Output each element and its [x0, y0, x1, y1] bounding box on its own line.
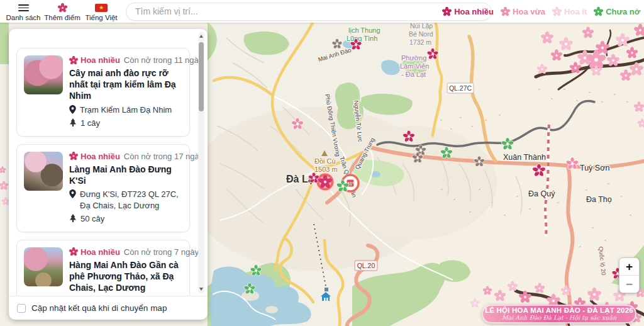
results-list: Hoa nhiều Còn nở trong 11 ngày Cây mai a… — [9, 29, 208, 296]
svg-text:Đồi Cù: Đồi Cù — [314, 157, 336, 165]
zoom-in-button[interactable]: + — [619, 258, 639, 275]
card-tree-count: 50 cây — [69, 213, 182, 225]
bloom-countdown: Còn nở trong 17 ngày — [124, 152, 203, 161]
flower-icon — [58, 4, 67, 13]
flower-icon — [552, 7, 562, 16]
add-point-button[interactable]: Thêm điểm — [43, 2, 82, 21]
svg-text:QL.27C: QL.27C — [449, 84, 472, 92]
search-input[interactable] — [126, 3, 492, 21]
svg-text:Bé Nord: Bé Nord — [409, 30, 433, 38]
legend-label: Chưa nở — [606, 7, 640, 16]
menu-icon — [18, 4, 29, 13]
vietnam-flag-icon: ★ — [95, 4, 108, 13]
card-photo — [24, 247, 63, 286]
festival-banner-subtitle: Mai Anh Đào Đà Lạt - Hội tụ sắc xuân — [502, 315, 616, 321]
legend-hoa-vua[interactable]: Hoa vừa — [501, 7, 545, 16]
card-title: Cây mai anh đào rực rỡ nhất tại trạm kiể… — [69, 67, 182, 102]
road-badge-ql20: QL.20 — [355, 261, 377, 271]
svg-text:Núi Lập: Núi Lập — [410, 22, 433, 30]
bloom-status-badge: Hoa nhiều — [69, 152, 120, 161]
language-button[interactable]: ★ Tiếng Việt — [82, 2, 121, 21]
svg-text:QL.20: QL.20 — [357, 262, 375, 269]
card-location: Trạm Kiểm Lâm Đạ Nhim — [69, 104, 182, 116]
svg-text:Tuỳ Sơn: Tuỳ Sơn — [580, 164, 609, 172]
legend-label: Hoa ít — [564, 7, 587, 16]
nav-group: Danh sách Thêm điểm ★ Tiếng Việt — [0, 2, 121, 21]
bloom-legend: Hoa nhiều Hoa vừa Hoa ít Chưa nở — [442, 0, 640, 23]
card-location: Đưng K'Si, ĐT723 QL 27C, Đạ Chais, Lạc D… — [69, 189, 182, 211]
flower-icon — [69, 152, 78, 160]
legend-label: Hoa vừa — [513, 7, 545, 16]
flower-icon — [69, 56, 78, 65]
svg-text:Phường: Phường — [401, 54, 426, 62]
legend-chua-no[interactable]: Chưa nở — [594, 7, 640, 16]
scrollbar-thumb[interactable] — [199, 42, 204, 111]
cable-car-station — [325, 288, 328, 291]
svg-text:1732 m: 1732 m — [409, 38, 431, 46]
star-icon: ★ — [99, 5, 104, 11]
list-item[interactable]: Hoa nhiều Còn nở trong 11 ngày Cây mai a… — [16, 48, 190, 137]
bloom-status-badge: Hoa nhiều — [69, 247, 120, 257]
list-item[interactable]: Hoa nhiều Còn nở trong 7 ngày Hàng Mai A… — [16, 240, 190, 296]
legend-hoa-nhieu[interactable]: Hoa nhiều — [442, 7, 494, 16]
scrollbar[interactable] — [198, 32, 204, 293]
scroll-down-icon[interactable] — [199, 288, 203, 291]
svg-text:lịch Thung: lịch Thung — [348, 26, 380, 34]
bloom-countdown: Còn nở trong 11 ngày — [124, 55, 203, 65]
legend-hoa-it[interactable]: Hoa ít — [552, 7, 587, 16]
legend-label: Hoa nhiều — [454, 7, 494, 16]
svg-text:- Đà Lạt: - Đà Lạt — [401, 70, 426, 78]
flower-icon — [69, 247, 78, 256]
svg-text:Đa Thọ: Đa Thọ — [586, 195, 612, 204]
card-tree-count: 1 cây — [69, 118, 182, 129]
flower-icon — [442, 7, 452, 16]
card-photo — [24, 152, 63, 191]
flower-icon — [594, 7, 603, 16]
road-badge-ql27c: QL.27C — [447, 83, 474, 93]
card-photo — [24, 55, 63, 94]
update-on-move-label: Cập nhật kết quả khi di chuyển map — [31, 303, 167, 313]
top-bar: Danh sách Thêm điểm ★ Tiếng Việt Hoa nhi… — [0, 0, 644, 23]
festival-banner: LỄ HỘI HOA MAI ANH ĐÀO - ĐÀ LẠT 2026 Mai… — [482, 305, 636, 323]
svg-text:Xuân Thành: Xuân Thành — [503, 153, 546, 162]
zoom-out-button[interactable]: − — [619, 275, 639, 293]
svg-text:Lâm Viên: Lâm Viên — [400, 62, 429, 70]
card-title: Hàng Mai Anh Đào Gần cà phê Phương Thảo,… — [69, 259, 182, 294]
card-title: Làng Mai Anh Đào Đưng K'Si — [69, 164, 182, 186]
results-panel: Hoa nhiều Còn nở trong 11 ngày Cây mai a… — [9, 29, 208, 320]
update-on-move-checkbox[interactable] — [17, 304, 26, 313]
svg-text:Đa Quý: Đa Quý — [528, 189, 555, 198]
pin-icon — [69, 105, 76, 114]
add-point-label: Thêm điểm — [44, 14, 80, 21]
list-button[interactable]: Danh sách — [4, 2, 43, 21]
scroll-up-icon[interactable] — [199, 35, 203, 38]
svg-text:Lũng Tình: Lũng Tình — [347, 35, 377, 42]
update-on-move-row: Cập nhật kết quả khi di chuyển map — [9, 296, 208, 320]
tree-icon — [69, 118, 77, 126]
flower-icon — [501, 7, 510, 16]
map-zoom-control: + − — [619, 257, 640, 293]
bloom-countdown: Còn nở trong 7 ngày — [124, 247, 199, 257]
bloom-status-badge: Hoa nhiều — [69, 55, 120, 65]
list-item[interactable]: Hoa nhiều Còn nở trong 17 ngày Làng Mai … — [16, 144, 190, 232]
pin-icon — [69, 189, 76, 198]
list-button-label: Danh sách — [6, 14, 41, 21]
language-label: Tiếng Việt — [85, 14, 117, 21]
tree-icon — [69, 214, 77, 222]
